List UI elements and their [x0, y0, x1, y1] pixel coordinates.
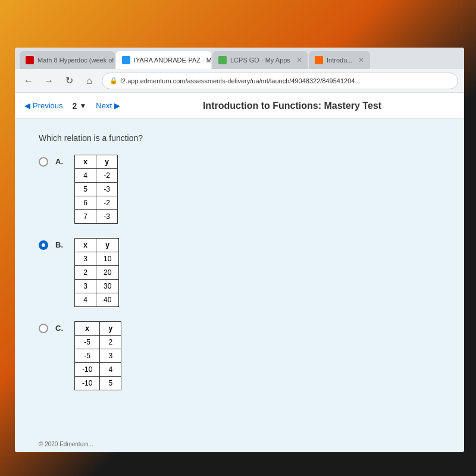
table-a: x y 4 -2 5 -3 6	[74, 155, 118, 224]
cell: -5	[75, 349, 100, 363]
cell: 30	[96, 280, 119, 293]
table-c-header-y: y	[100, 322, 121, 336]
cell: -10	[75, 363, 100, 377]
laptop-frame: Math 8 Hyperdoc (week of M... ✕ IYARA AN…	[0, 0, 476, 476]
table-row: 6 -2	[75, 196, 118, 210]
table-row: 4 40	[75, 293, 119, 307]
table-c-header-x: x	[75, 322, 100, 336]
cell: -5	[75, 336, 100, 349]
question-navigator: 2 ▼	[73, 101, 87, 111]
tab1-label: Math 8 Hyperdoc (week of M...	[37, 57, 115, 64]
tab3-close[interactable]: ✕	[296, 56, 302, 64]
previous-label: Previous	[33, 101, 63, 110]
table-row: 5 -3	[75, 183, 118, 196]
cell: -3	[96, 183, 118, 196]
cell: 2	[100, 336, 121, 349]
option-a[interactable]: A. x y 4 -2 5	[39, 155, 440, 224]
table-row: 2 20	[75, 266, 119, 280]
home-button[interactable]: ⌂	[82, 73, 97, 89]
cell: -10	[75, 377, 100, 390]
table-row: -5 2	[75, 336, 121, 349]
page-title: Introduction to Functions: Mastery Test	[130, 101, 455, 111]
cell: 5	[75, 183, 96, 196]
browser-tab-4[interactable]: Introdu... ✕	[309, 51, 370, 69]
cell: 7	[75, 210, 96, 224]
cell: 3	[75, 280, 96, 293]
table-a-header-x: x	[75, 155, 96, 169]
table-b-header-x: x	[75, 239, 96, 252]
cell: 5	[100, 377, 121, 390]
browser-tab-3[interactable]: LCPS GO - My Apps ✕	[212, 51, 308, 69]
table-b-header-y: y	[96, 239, 119, 252]
cell: -3	[96, 210, 118, 224]
cell: 20	[96, 266, 119, 280]
option-c-label: C.	[55, 324, 67, 333]
cell: 40	[96, 293, 119, 307]
table-a-header-y: y	[96, 155, 118, 169]
tab1-favicon	[26, 56, 34, 64]
table-row: -10 4	[75, 363, 121, 377]
footer-copyright: © 2020 Edmentum...	[39, 441, 93, 447]
radio-b[interactable]	[39, 240, 48, 250]
tab4-close[interactable]: ✕	[358, 56, 364, 64]
cell: 2	[75, 266, 96, 280]
table-row: -5 3	[75, 349, 121, 363]
app-header: ◀ Previous 2 ▼ Next ▶ Introduction to Fu…	[15, 93, 464, 119]
address-bar[interactable]: 🔒 f2.app.edmentum.com/assessments-delive…	[102, 73, 458, 89]
tab3-label: LCPS GO - My Apps	[230, 57, 290, 64]
browser-toolbar: ← → ↻ ⌂ 🔒 f2.app.edmentum.com/assessment…	[15, 69, 464, 93]
address-text: f2.app.edmentum.com/assessments-delivery…	[120, 77, 361, 84]
browser-tab-bar: Math 8 Hyperdoc (week of M... ✕ IYARA AN…	[15, 48, 464, 69]
tab3-favicon	[218, 56, 227, 64]
question-text: Which relation is a function?	[39, 133, 440, 143]
next-button[interactable]: Next ▶	[96, 101, 120, 110]
table-row: 4 -2	[75, 169, 118, 183]
table-row: 3 10	[75, 252, 119, 266]
content-area: Which relation is a function? A. x y 4	[15, 119, 464, 452]
option-a-label: A.	[55, 157, 67, 166]
cell: -2	[96, 196, 118, 210]
cell: 4	[75, 169, 96, 183]
option-b-label: B.	[55, 240, 67, 249]
next-label: Next	[96, 101, 112, 110]
browser-tab-2[interactable]: IYARA ANDRADE-PAZ - M8 Co... ✕	[116, 51, 211, 69]
cell: 3	[75, 252, 96, 266]
table-row: 7 -3	[75, 210, 118, 224]
next-icon: ▶	[114, 101, 120, 110]
lock-icon: 🔒	[109, 77, 118, 84]
table-row: -10 5	[75, 377, 121, 390]
cell: 6	[75, 196, 96, 210]
previous-button[interactable]: ◀ Previous	[24, 101, 63, 110]
table-b: x y 3 10 2 20 3	[74, 238, 119, 307]
cell: 4	[100, 363, 121, 377]
browser-tab-1[interactable]: Math 8 Hyperdoc (week of M... ✕	[20, 51, 115, 69]
tab4-label: Introdu...	[327, 57, 352, 64]
back-button[interactable]: ←	[21, 73, 36, 89]
table-row: 3 30	[75, 280, 119, 293]
question-number: 2	[73, 101, 77, 111]
cell: -2	[96, 169, 118, 183]
radio-c[interactable]	[39, 324, 48, 333]
tab2-label: IYARA ANDRADE-PAZ - M8 Co...	[134, 57, 211, 64]
option-b[interactable]: B. x y 3 10 2	[39, 238, 440, 307]
forward-button[interactable]: →	[41, 73, 57, 89]
reload-button[interactable]: ↻	[61, 73, 77, 89]
prev-icon: ◀	[24, 101, 30, 110]
tab2-favicon	[122, 56, 130, 64]
cell: 4	[75, 293, 96, 307]
tab4-favicon	[315, 56, 323, 64]
dropdown-icon[interactable]: ▼	[79, 102, 86, 110]
cell: 10	[96, 252, 119, 266]
table-c: x y -5 2 -5 3 -1	[74, 321, 121, 390]
radio-a[interactable]	[39, 157, 48, 167]
screen: Math 8 Hyperdoc (week of M... ✕ IYARA AN…	[15, 48, 464, 452]
option-c[interactable]: C. x y -5 2 -5	[39, 321, 440, 390]
cell: 3	[100, 349, 121, 363]
